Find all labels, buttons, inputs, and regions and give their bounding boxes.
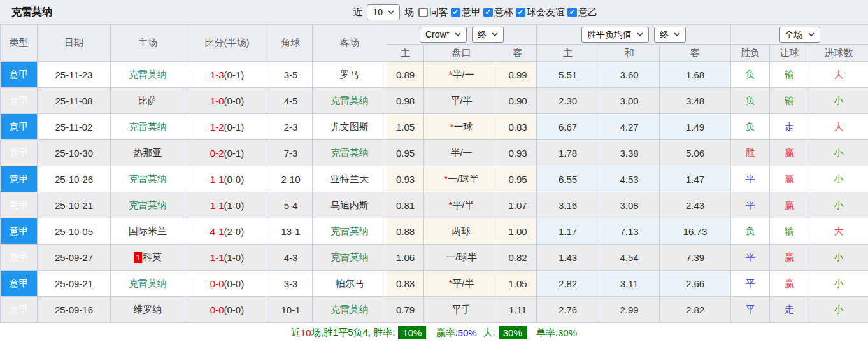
europe-away-odds-cell: 2.43 bbox=[660, 192, 731, 218]
away-team-name: 克雷莫纳 bbox=[331, 147, 369, 158]
col-header-result: 胜负 bbox=[731, 45, 770, 62]
league-cell: 意甲 bbox=[1, 114, 38, 140]
home-team-name: 克雷莫纳 bbox=[129, 69, 167, 80]
league-cell: 意甲 bbox=[1, 62, 38, 88]
chevron-down-icon bbox=[637, 32, 643, 36]
europe-home-odds-cell: 6.67 bbox=[537, 114, 599, 140]
score-cell: 0-0(0-0) bbox=[185, 271, 269, 297]
europe-home-odds-cell: 1.43 bbox=[537, 245, 599, 271]
col-header-ah-away: 客 bbox=[499, 45, 537, 62]
col-header-eu-home: 主 bbox=[537, 45, 599, 62]
summary-bar: 近10场,胜1平5负4, 胜率:10%赢率:50%大:30%单率:30% bbox=[0, 323, 868, 342]
date-cell: 25-10-26 bbox=[38, 166, 111, 192]
filter-item[interactable]: ✓球会友谊 bbox=[516, 6, 565, 18]
handicap-away-odds-cell: 0.93 bbox=[499, 140, 537, 166]
europe-home-odds-cell: 5.51 bbox=[537, 62, 599, 88]
checkbox-checked-icon[interactable]: ✓ bbox=[567, 8, 577, 17]
handicap-line-text: 平/半 bbox=[450, 95, 472, 106]
europe-time-select[interactable]: 终 bbox=[654, 27, 686, 43]
checkbox-unchecked-icon[interactable] bbox=[418, 8, 428, 17]
match-row: 意甲25-11-23克雷莫纳1-3(0-1)3-5罗马0.89*半/一0.995… bbox=[1, 62, 868, 88]
europe-time-value: 终 bbox=[660, 29, 669, 40]
goals-cell: 小 bbox=[809, 192, 868, 218]
handicap-line-cell: 一/球半 bbox=[424, 245, 499, 271]
date-cell: 25-11-08 bbox=[38, 88, 111, 114]
europe-odds-select-group: 胜平负均值 终 bbox=[537, 25, 731, 45]
europe-draw-odds-cell: 3.00 bbox=[599, 88, 660, 114]
match-row: 意甲25-10-21克雷莫纳1-1(1-0)5-4乌迪内斯0.81*平/半1.0… bbox=[1, 192, 868, 218]
result-cell: 平 bbox=[731, 192, 770, 218]
handicap-line-cell: 平/半 bbox=[424, 88, 499, 114]
scope-select[interactable]: 全场 bbox=[779, 27, 820, 43]
match-count-select[interactable]: 10 bbox=[367, 4, 400, 20]
half-time-score: (0-0) bbox=[224, 96, 245, 106]
filter-label: 意杯 bbox=[494, 6, 513, 18]
europe-draw-odds-cell: 4.27 bbox=[599, 114, 660, 140]
corners-cell: 4-5 bbox=[269, 88, 313, 114]
handicap-result-cell: 赢 bbox=[770, 192, 809, 218]
handicap-home-odds-cell: 0.81 bbox=[387, 192, 424, 218]
chevron-down-icon bbox=[455, 32, 461, 36]
filter-item[interactable]: ✓意杯 bbox=[483, 6, 513, 18]
handicap-home-odds-cell: 0.93 bbox=[387, 166, 424, 192]
scope-value: 全场 bbox=[785, 29, 803, 40]
home-team-cell: 克雷莫纳 bbox=[111, 271, 185, 297]
corners-cell: 7-3 bbox=[269, 140, 313, 166]
chevron-down-icon bbox=[388, 10, 394, 14]
home-team-name: 科莫 bbox=[143, 252, 162, 262]
league-cell: 意甲 bbox=[1, 297, 38, 323]
corners-cell: 2-10 bbox=[269, 166, 313, 192]
match-row: 意甲25-10-30热那亚0-2(0-1)7-3克雷莫纳0.95半/一0.931… bbox=[1, 140, 868, 166]
handicap-home-odds-cell: 0.89 bbox=[387, 62, 424, 88]
full-time-score: 0-0 bbox=[210, 304, 224, 315]
checkbox-checked-icon[interactable]: ✓ bbox=[483, 8, 493, 17]
bookmaker-select[interactable]: Crow* bbox=[420, 27, 467, 43]
col-header-score: 比分(半场) bbox=[185, 25, 269, 62]
away-team-name: 克雷莫纳 bbox=[331, 95, 369, 106]
col-header-ah-home: 主 bbox=[387, 45, 424, 62]
goals-cell: 大 bbox=[809, 114, 868, 140]
league-cell: 意甲 bbox=[1, 88, 38, 114]
away-team-name: 尤文图斯 bbox=[331, 121, 369, 132]
handicap-line-text: 两球 bbox=[452, 225, 471, 236]
match-row: 意甲25-09-271科莫1-1(1-0)4-3克雷莫纳1.06一/球半0.82… bbox=[1, 245, 868, 271]
score-cell: 1-1(1-0) bbox=[185, 192, 269, 218]
europe-odds-select[interactable]: 胜平负均值 bbox=[581, 27, 649, 43]
team-title: 克雷莫纳 bbox=[11, 6, 52, 19]
handicap-home-odds-cell: 0.79 bbox=[387, 297, 424, 323]
goals-cell: 小 bbox=[809, 245, 868, 271]
filter-controls: 近 10 场 同客✓意甲✓意杯✓球会友谊✓意乙 bbox=[353, 4, 597, 20]
games-label: 场 bbox=[404, 6, 414, 18]
away-team-cell: 克雷莫纳 bbox=[313, 297, 387, 323]
handicap-line-cell: 平手 bbox=[424, 297, 499, 323]
header-select-row: 类型 日期 主场 比分(半场) 角球 客场 Crow* 终 bbox=[1, 25, 868, 45]
away-team-cell: 亚特兰大 bbox=[313, 166, 387, 192]
europe-away-odds-cell: 1.47 bbox=[660, 166, 731, 192]
half-time-score: (0-0) bbox=[224, 278, 245, 289]
filter-item[interactable]: ✓意甲 bbox=[451, 6, 481, 18]
filter-item[interactable]: ✓意乙 bbox=[567, 6, 597, 18]
handicap-home-odds-cell: 0.95 bbox=[387, 140, 424, 166]
handicap-away-odds-cell: 1.07 bbox=[499, 192, 537, 218]
checkbox-checked-icon[interactable]: ✓ bbox=[451, 8, 460, 17]
handicap-line-text: 平/半 bbox=[452, 199, 474, 210]
match-row: 意甲25-09-21克雷莫纳0-0(0-0)3-3帕尔马0.83*平/半1.05… bbox=[1, 271, 868, 297]
handicap-result-cell: 输 bbox=[770, 218, 809, 245]
score-cell: 1-1(0-0) bbox=[185, 166, 269, 192]
result-cell: 负 bbox=[731, 88, 770, 114]
match-row: 意甲25-09-16维罗纳0-0(0-0)10-1克雷莫纳0.79平手1.112… bbox=[1, 297, 868, 323]
handicap-time-select[interactable]: 终 bbox=[472, 27, 504, 43]
europe-draw-odds-cell: 3.11 bbox=[599, 271, 660, 297]
match-count-value: 10 bbox=[373, 7, 383, 18]
europe-odds-value: 胜平负均值 bbox=[587, 29, 632, 40]
europe-home-odds-cell: 2.82 bbox=[537, 271, 599, 297]
league-cell: 意甲 bbox=[1, 166, 38, 192]
away-team-name: 克雷莫纳 bbox=[331, 304, 369, 315]
europe-home-odds-cell: 6.55 bbox=[537, 166, 599, 192]
checkbox-checked-icon[interactable]: ✓ bbox=[516, 8, 525, 17]
home-team-name: 克雷莫纳 bbox=[129, 199, 167, 210]
result-cell: 胜 bbox=[731, 140, 770, 166]
home-team-cell: 克雷莫纳 bbox=[111, 192, 185, 218]
handicap-line-cell: 两球 bbox=[424, 218, 499, 245]
filter-item[interactable]: 同客 bbox=[418, 6, 448, 18]
